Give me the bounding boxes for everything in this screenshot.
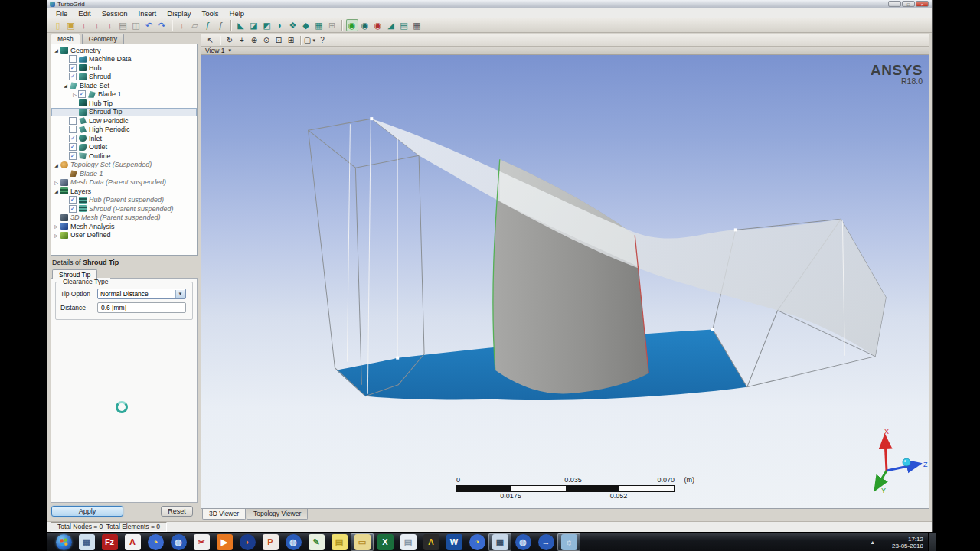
probe-button[interactable]: ?: [317, 35, 328, 46]
zoom-box-button[interactable]: ⊡: [273, 35, 285, 46]
tree-item-shroud-tip[interactable]: Shroud Tip: [51, 108, 197, 117]
blade-tool-button[interactable]: ◗: [274, 19, 286, 31]
expressions-fx-button[interactable]: ƒ: [215, 19, 227, 31]
tree-item-mesh-analysis[interactable]: ▷Mesh Analysis: [51, 222, 197, 231]
excel[interactable]: X: [374, 533, 397, 551]
close-button[interactable]: ×: [916, 1, 929, 7]
tree-item-outlet[interactable]: ✓Outlet: [51, 143, 197, 152]
expander-icon[interactable]: ▷: [53, 223, 60, 229]
shroud-tool-button[interactable]: ◩: [261, 19, 273, 31]
snipping-tool[interactable]: ✂: [190, 533, 213, 551]
redo-button[interactable]: ↷: [156, 19, 168, 31]
tree-item-mesh-data-parent-suspended[interactable]: ▷Mesh Data (Parent suspended): [51, 178, 197, 187]
internet-explorer[interactable]: →: [534, 533, 557, 551]
show-desktop-button[interactable]: [928, 533, 936, 551]
visibility-checkbox[interactable]: ✓: [69, 196, 77, 204]
visibility-checkbox[interactable]: ✓: [78, 90, 86, 98]
tip-option-select[interactable]: Normal Distance ▼: [97, 289, 186, 299]
distance-input[interactable]: 0.6 [mm]: [97, 302, 186, 313]
tray-expand-icon[interactable]: ▲: [870, 540, 875, 545]
blade-view-button[interactable]: ◢: [385, 19, 397, 31]
visibility-checkbox[interactable]: [69, 117, 77, 125]
visibility-checkbox[interactable]: [69, 55, 77, 63]
tab-shroud-tip[interactable]: Shroud Tip: [52, 269, 97, 279]
menu-file[interactable]: File: [51, 9, 73, 18]
viewport-3d[interactable]: ANSYS R18.0 0 0.035 0.070 (m): [201, 55, 929, 509]
open-session-button[interactable]: ▣: [65, 19, 77, 31]
zoom-in-button[interactable]: ⊕: [249, 35, 260, 46]
new-session-button[interactable]: ▯: [52, 19, 64, 31]
cascade-tool-button[interactable]: ❖: [287, 19, 299, 31]
taskbar-clock[interactable]: 17:12 23-05-2018: [892, 536, 923, 549]
expander-icon[interactable]: ▷: [53, 233, 60, 238]
view-machine-button[interactable]: ◉: [359, 19, 371, 31]
expander-icon[interactable]: ▷: [71, 92, 78, 97]
rotate-button[interactable]: ↻: [224, 35, 236, 46]
settings-gear[interactable]: ☼: [557, 533, 580, 551]
tree-item-hub-tip[interactable]: Hub Tip: [51, 99, 197, 108]
select-cursor-button[interactable]: ↖: [205, 35, 217, 46]
machine-data-tool-button[interactable]: ◣: [235, 19, 247, 31]
acrobat-reader[interactable]: A: [121, 533, 144, 551]
menu-edit[interactable]: Edit: [73, 9, 96, 18]
visibility-checkbox[interactable]: ✓: [69, 64, 77, 72]
expander-icon[interactable]: ▷: [53, 180, 60, 185]
expander-icon[interactable]: ◢: [53, 162, 60, 168]
ansys-workbench[interactable]: ◍: [167, 533, 190, 551]
run-session-button[interactable]: ↓: [176, 19, 188, 31]
visibility-checkbox[interactable]: ✓: [69, 73, 77, 80]
view-all-button[interactable]: ◉: [346, 19, 358, 31]
fit-view-button[interactable]: ⊞: [286, 35, 297, 46]
menu-help[interactable]: Help: [224, 9, 250, 18]
blade-3d-tool-button[interactable]: ◆: [300, 19, 312, 31]
browser-globe-2[interactable]: ◔: [466, 533, 488, 551]
apply-button[interactable]: Apply: [51, 506, 123, 517]
tree-item-shroud-parent-suspended[interactable]: ✓Shroud (Parent suspended): [51, 204, 197, 214]
zoom-window-button[interactable]: ⊙: [261, 35, 273, 46]
app-blue-2[interactable]: ◍: [511, 533, 534, 551]
tree-item-machine-data[interactable]: Machine Data: [51, 55, 197, 64]
visibility-checkbox[interactable]: ✓: [69, 135, 77, 142]
notepad[interactable]: ▤: [397, 533, 420, 551]
snapshot-button[interactable]: ◫: [130, 19, 142, 31]
visibility-checkbox[interactable]: ✓: [69, 143, 77, 151]
tree-item-blade-set[interactable]: ◢Blade Set: [51, 81, 197, 90]
copy-tool-button[interactable]: ⊞: [326, 19, 338, 31]
notes-editor[interactable]: ✎: [305, 533, 328, 551]
insert-file-button[interactable]: ▱: [189, 19, 201, 31]
mesh-view-button[interactable]: ▦: [411, 19, 423, 31]
tree-item-geometry[interactable]: ◢Geometry: [51, 46, 197, 55]
view-selector-bar[interactable]: View 1 ▼: [201, 47, 929, 55]
expander-icon[interactable]: ◢: [62, 83, 69, 88]
undo-button[interactable]: ↶: [143, 19, 155, 31]
menu-display[interactable]: Display: [162, 9, 196, 18]
tree-item-hub[interactable]: ✓Hub: [51, 64, 197, 73]
tab-geometry[interactable]: Geometry: [82, 34, 124, 44]
title-bar[interactable]: TurboGrid – □ ×: [47, 0, 932, 8]
browser-globe[interactable]: ◔: [144, 533, 167, 551]
tree-item-low-periodic[interactable]: Low Periodic: [51, 116, 197, 126]
tree-item-shroud[interactable]: ✓Shroud: [51, 73, 197, 82]
maximize-button[interactable]: □: [902, 1, 915, 7]
save-state-as-button[interactable]: ↓: [104, 19, 116, 31]
layers-tool-button[interactable]: ▦: [313, 19, 325, 31]
tab-topology-viewer[interactable]: Topology Viewer: [247, 509, 308, 520]
hub-tool-button[interactable]: ◪: [248, 19, 260, 31]
menu-session[interactable]: Session: [96, 9, 133, 18]
calculator-fx-button[interactable]: ƒ: [202, 19, 214, 31]
video-app[interactable]: ▦: [488, 533, 511, 551]
filezilla[interactable]: Fz: [98, 533, 121, 551]
app-blue[interactable]: ◍: [282, 533, 305, 551]
visibility-checkbox[interactable]: ✓: [69, 205, 77, 213]
start-button[interactable]: [52, 533, 75, 551]
menu-insert[interactable]: Insert: [133, 9, 162, 18]
tree-item-high-periodic[interactable]: High Periodic: [51, 126, 197, 135]
expander-icon[interactable]: ◢: [53, 188, 60, 194]
load-state-button[interactable]: ↓: [91, 19, 103, 31]
reset-button[interactable]: Reset: [161, 506, 193, 517]
session-file-button[interactable]: ▤: [117, 19, 129, 31]
calculator[interactable]: ▦: [75, 533, 98, 551]
firefox[interactable]: ◗: [236, 533, 259, 551]
expander-icon[interactable]: ◢: [53, 47, 60, 53]
sticky-notes[interactable]: ▤: [328, 533, 351, 551]
